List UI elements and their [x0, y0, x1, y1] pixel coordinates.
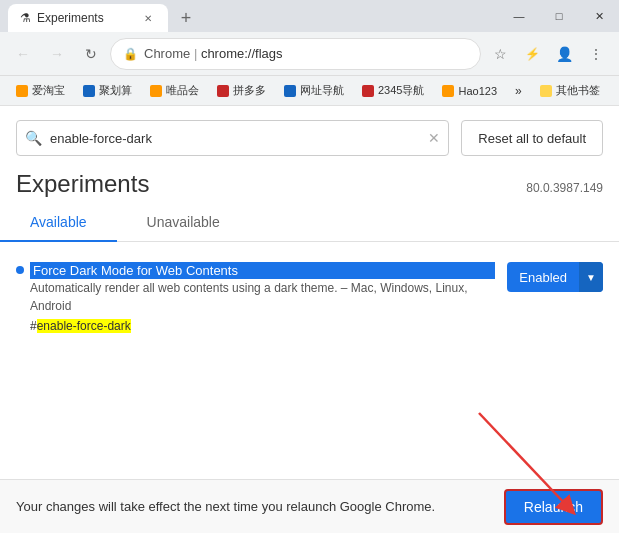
experiment-dot [16, 266, 24, 274]
titlebar: ⚗ Experiments ✕ + — □ ✕ [0, 0, 619, 32]
extensions-button[interactable]: ⚡ [517, 39, 547, 69]
profile-button[interactable]: 👤 [549, 39, 579, 69]
address-url: chrome://flags [201, 46, 283, 61]
version-text: 80.0.3987.149 [526, 181, 603, 195]
tab-available[interactable]: Available [0, 204, 117, 242]
bookmark-nav[interactable]: 网址导航 [276, 79, 352, 103]
tab-unavailable[interactable]: Unavailable [117, 204, 250, 242]
new-tab-button[interactable]: + [172, 4, 200, 32]
bookmark-label: 2345导航 [378, 83, 424, 98]
bookmark-juhua[interactable]: 聚划算 [75, 79, 140, 103]
search-input[interactable] [50, 131, 420, 146]
more-icon: » [515, 84, 522, 98]
flag-highlight: enable-force-dark [37, 319, 131, 333]
relaunch-button[interactable]: Relaunch [504, 489, 603, 525]
bookmark-2345[interactable]: 2345导航 [354, 79, 432, 103]
lock-icon: 🔒 [123, 47, 138, 61]
maximize-button[interactable]: □ [539, 0, 579, 32]
bookmark-icon [284, 85, 296, 97]
experiment-flag: #enable-force-dark [30, 319, 495, 333]
minimize-button[interactable]: — [499, 0, 539, 32]
enabled-dropdown[interactable]: Enabled ▼ [507, 262, 603, 292]
bottom-message: Your changes will take effect the next t… [16, 499, 435, 514]
tab-navigation: Available Unavailable [0, 204, 619, 242]
page-title: Experiments [16, 170, 149, 198]
experiment-description: Automatically render all web contents us… [30, 279, 495, 315]
bookmark-label: 拼多多 [233, 83, 266, 98]
window-controls: — □ ✕ [499, 0, 619, 32]
dropdown-arrow-icon: ▼ [579, 262, 603, 292]
active-tab[interactable]: ⚗ Experiments ✕ [8, 4, 168, 32]
search-bar-area: 🔍 ✕ Reset all to default [0, 106, 619, 156]
bookmark-icon [217, 85, 229, 97]
search-input-wrapper[interactable]: 🔍 ✕ [16, 120, 449, 156]
tab-bar: ⚗ Experiments ✕ + [8, 0, 200, 32]
experiment-list: Force Dark Mode for Web Contents Automat… [0, 242, 619, 353]
experiments-header: Experiments 80.0.3987.149 [0, 156, 619, 204]
tab-close-button[interactable]: ✕ [140, 10, 156, 26]
experiment-item: Force Dark Mode for Web Contents Automat… [16, 254, 603, 341]
close-button[interactable]: ✕ [579, 0, 619, 32]
bookmark-icon [150, 85, 162, 97]
reset-all-button[interactable]: Reset all to default [461, 120, 603, 156]
bookmark-label: 聚划算 [99, 83, 132, 98]
bookmark-icon [83, 85, 95, 97]
experiment-name: Force Dark Mode for Web Contents [30, 262, 495, 279]
search-icon: 🔍 [25, 130, 42, 146]
bookmark-label: 网址导航 [300, 83, 344, 98]
forward-button[interactable]: → [42, 39, 72, 69]
bookmark-icon [362, 85, 374, 97]
clear-search-button[interactable]: ✕ [428, 130, 440, 146]
tab-title: Experiments [37, 11, 104, 25]
bookmark-label: 其他书签 [556, 83, 600, 98]
tab-favicon: ⚗ [20, 11, 31, 25]
address-separator: | [194, 46, 201, 61]
nav-right-icons: ☆ ⚡ 👤 ⋮ [485, 39, 611, 69]
back-button[interactable]: ← [8, 39, 38, 69]
experiment-info: Force Dark Mode for Web Contents Automat… [30, 262, 495, 333]
address-bar[interactable]: 🔒 Chrome | chrome://flags [110, 38, 481, 70]
bookmark-others[interactable]: 其他书签 [532, 79, 608, 103]
star-button[interactable]: ☆ [485, 39, 515, 69]
address-chrome: Chrome [144, 46, 190, 61]
enabled-label: Enabled [507, 270, 579, 285]
bookmark-vip[interactable]: 唯品会 [142, 79, 207, 103]
bookmark-icon [540, 85, 552, 97]
bookmark-label: 唯品会 [166, 83, 199, 98]
bookmark-label: Hao123 [458, 85, 497, 97]
bookmark-icon [442, 85, 454, 97]
bookmark-hao123[interactable]: Hao123 [434, 79, 505, 103]
main-content: 🔍 ✕ Reset all to default Experiments 80.… [0, 106, 619, 533]
address-text: Chrome | chrome://flags [144, 46, 468, 61]
bookmark-label: 爱淘宝 [32, 83, 65, 98]
bookmarks-bar: 爱淘宝 聚划算 唯品会 拼多多 网址导航 2345导航 Hao123 » 其他书… [0, 76, 619, 106]
navbar: ← → ↻ 🔒 Chrome | chrome://flags ☆ ⚡ 👤 ⋮ [0, 32, 619, 76]
refresh-button[interactable]: ↻ [76, 39, 106, 69]
experiment-control[interactable]: Enabled ▼ [507, 262, 603, 292]
bookmark-more[interactable]: » [507, 79, 530, 103]
bookmark-taobao[interactable]: 爱淘宝 [8, 79, 73, 103]
menu-button[interactable]: ⋮ [581, 39, 611, 69]
bottom-bar: Your changes will take effect the next t… [0, 479, 619, 533]
bookmark-pinduoduo[interactable]: 拼多多 [209, 79, 274, 103]
bookmark-icon [16, 85, 28, 97]
